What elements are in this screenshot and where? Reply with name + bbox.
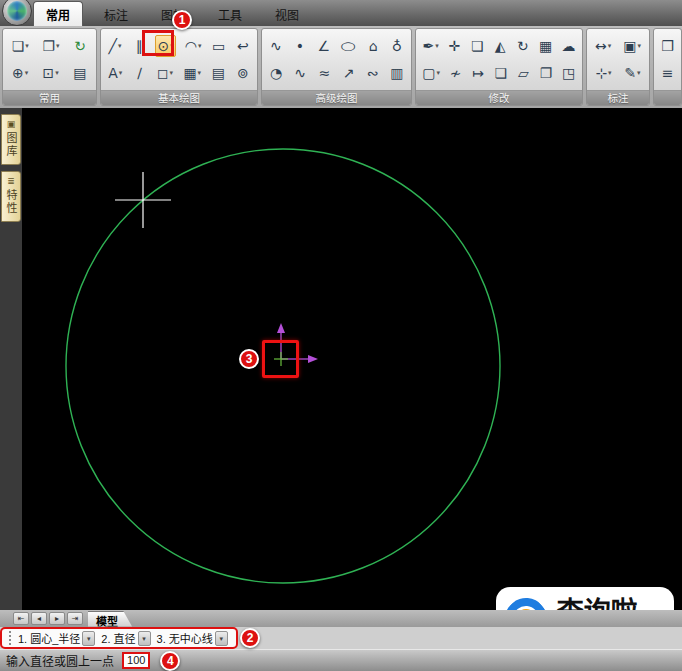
ellipse-icon[interactable]: ◯	[340, 35, 358, 57]
select-box-icon[interactable]: ▢▾	[421, 62, 441, 84]
sidebar-tab-2[interactable]: ≣特性	[1, 171, 21, 222]
prev-sheet-button[interactable]: ◂	[31, 612, 47, 625]
angle-line-icon[interactable]: ∠	[316, 35, 332, 57]
chevron-down-icon[interactable]: ▾	[138, 631, 151, 646]
command-option-1: 1. 圆心_半径▾	[18, 630, 95, 646]
view3d-icon[interactable]: ❐	[538, 62, 554, 84]
erase-icon[interactable]: ✒▾	[421, 35, 439, 57]
sidebar-tab-1[interactable]: ▣图库	[1, 114, 21, 165]
chevron-down-icon[interactable]: ▾	[170, 42, 174, 50]
offset-icon[interactable]: ≁	[448, 62, 464, 84]
pie-icon[interactable]: ◔	[268, 62, 284, 84]
coord-dim-icon[interactable]: ⊹▾	[594, 62, 612, 84]
copy-objects-icon[interactable]: ❏	[469, 35, 485, 57]
tab-tools[interactable]: 工具	[206, 2, 254, 26]
ribbon-group-label: 常用	[3, 90, 96, 105]
gear-circle-icon[interactable]: ♁	[389, 35, 405, 57]
drawing-canvas[interactable]: 3 查询啦 chaxunla.com	[22, 108, 682, 610]
chevron-down-icon[interactable]: ▾	[55, 69, 59, 77]
text-icon[interactable]: A▾	[107, 62, 123, 84]
zoom-icon[interactable]: ⊕▾	[11, 62, 29, 84]
copy-icon[interactable]: ❐▾	[41, 35, 60, 57]
cylinder-icon[interactable]: ▥	[389, 62, 405, 84]
chevron-down-icon[interactable]: ▾	[25, 42, 29, 50]
chevron-down-icon[interactable]: ▾	[198, 69, 202, 77]
app-menu-button[interactable]	[2, 0, 32, 26]
point-icon[interactable]: •	[292, 35, 308, 57]
display-settings-icon[interactable]: ▤	[72, 62, 88, 84]
tab-model[interactable]: 模型	[88, 611, 132, 627]
chevron-down-icon[interactable]: ▾	[608, 42, 612, 50]
chevron-down-icon[interactable]: ▾	[608, 69, 612, 77]
block-tool-icon[interactable]: ▦▾	[182, 62, 202, 84]
hatch-icon[interactable]: ▤	[210, 62, 226, 84]
sidebar-tab-label: 特性	[3, 189, 19, 215]
chevron-down-icon[interactable]: ▾	[435, 42, 439, 50]
export-icon[interactable]: ⊡▾	[41, 62, 59, 84]
command-options-row: 1. 圆心_半径▾2. 直径▾3. 无中心线▾ 2	[0, 627, 682, 649]
panel-icon: ▣	[7, 119, 16, 129]
move-icon[interactable]: ✛	[446, 35, 462, 57]
toolbar-grip[interactable]	[9, 631, 12, 645]
chevron-down-icon[interactable]: ▾	[437, 69, 441, 77]
refresh-icon[interactable]: ↻	[72, 35, 88, 57]
extend-icon[interactable]: ↦	[470, 62, 486, 84]
command-option-label: 1. 圆心_半径	[18, 630, 80, 646]
chevron-down-icon[interactable]: ▾	[215, 631, 228, 646]
mirror-icon[interactable]: ◭	[492, 35, 508, 57]
chevron-down-icon[interactable]: ▾	[637, 69, 641, 77]
next-sheet-button[interactable]: ▸	[49, 612, 65, 625]
chevron-down-icon[interactable]: ▾	[637, 42, 641, 50]
stamp-icon[interactable]: ⊚	[235, 62, 251, 84]
first-sheet-button[interactable]: ⇤	[13, 612, 29, 625]
chevron-down-icon[interactable]: ▾	[119, 69, 123, 77]
sketch-line-icon[interactable]: ∕	[132, 62, 148, 84]
paste-icon[interactable]: ❏▾	[11, 35, 30, 57]
circle-icon[interactable]: ⊙▾	[155, 35, 175, 57]
annotation-badge-2: 2	[240, 628, 260, 648]
local-detail-icon[interactable]: ◻▾	[156, 62, 174, 84]
chamfer-icon[interactable]: ▱	[515, 62, 531, 84]
arc-icon[interactable]: ◠▾	[184, 35, 203, 57]
cloud-icon[interactable]: ☁	[561, 35, 577, 57]
parallel-line-icon[interactable]: ∥	[131, 35, 147, 57]
array-icon[interactable]: ▦	[538, 35, 554, 57]
line-icon[interactable]: ╱▾	[107, 35, 123, 57]
chevron-down-icon[interactable]: ▾	[198, 42, 202, 50]
app-logo-icon	[7, 1, 27, 21]
contour-icon[interactable]: ∾	[365, 62, 381, 84]
tab-view[interactable]: 视图	[263, 2, 311, 26]
edit-dim-icon[interactable]: ✎▾	[623, 62, 641, 84]
revision-curve-icon[interactable]: ↩	[235, 35, 251, 57]
break-line-icon[interactable]: ≈	[316, 62, 332, 84]
chevron-down-icon[interactable]: ▾	[25, 69, 29, 77]
tab-home[interactable]: 常用	[33, 1, 83, 26]
line-style-icon[interactable]: ≡	[660, 62, 676, 84]
rectangle-icon[interactable]: ▭	[211, 35, 227, 57]
polygon-icon[interactable]: ⌂	[365, 35, 381, 57]
arrow-icon[interactable]: ↗	[341, 62, 357, 84]
wave-line-icon[interactable]: ∿	[292, 62, 308, 84]
left-panel-tabs: ▣图库≣特性	[0, 108, 22, 610]
command-options-group: 1. 圆心_半径▾2. 直径▾3. 无中心线▾	[0, 627, 238, 649]
chevron-down-icon[interactable]: ▾	[118, 42, 122, 50]
sheet-ops-icon[interactable]: ❒	[660, 35, 676, 57]
chevron-down-icon[interactable]: ▾	[56, 42, 60, 50]
main-area: ▣图库≣特性 3	[0, 108, 682, 610]
ribbon-group-常用: ❏▾❐▾↻⊕▾⊡▾▤常用	[2, 28, 97, 106]
watermark-logo-icon	[504, 597, 548, 610]
chevron-down-icon[interactable]: ▾	[170, 69, 174, 77]
sidebar-tab-label: 图库	[3, 132, 19, 158]
image-dim-icon[interactable]: ▣▾	[622, 35, 642, 57]
command-option-label: 2. 直径	[101, 630, 135, 646]
dimension-icon[interactable]: ↔▾	[594, 35, 612, 57]
scale-icon[interactable]: ◳	[561, 62, 577, 84]
rotate-icon[interactable]: ↻	[515, 35, 531, 57]
tab-dimension[interactable]: 标注	[92, 2, 140, 26]
panel-icon: ≣	[7, 176, 15, 186]
diameter-input[interactable]: 100	[122, 652, 150, 669]
trim-icon[interactable]: ❏	[493, 62, 509, 84]
spline-icon[interactable]: ∿	[268, 35, 284, 57]
chevron-down-icon[interactable]: ▾	[82, 631, 95, 646]
last-sheet-button[interactable]: ⇥	[67, 612, 83, 625]
